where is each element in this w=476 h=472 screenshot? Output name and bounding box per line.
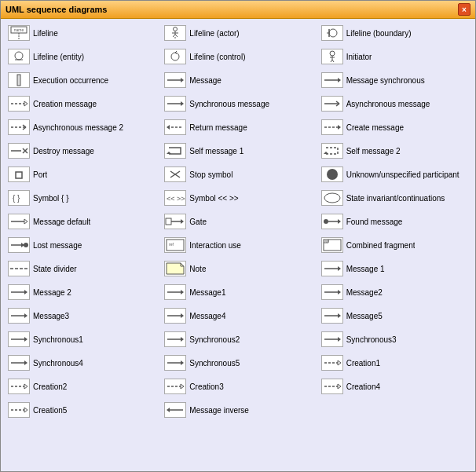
list-item[interactable]: << >>Symbol << >> — [160, 187, 315, 209]
content-area: nameLifelineLifeline (actor)Lifeline (bo… — [1, 19, 475, 471]
list-item[interactable]: Create message — [317, 116, 472, 138]
list-item[interactable]: Lost message — [4, 234, 159, 256]
list-item[interactable]: Message synchronous — [317, 69, 472, 91]
svg-marker-79 — [24, 313, 27, 318]
item-label: Creation3 — [189, 382, 223, 391]
msg-arrow-icon — [321, 261, 343, 276]
svg-point-49 — [327, 169, 338, 180]
list-item[interactable]: Message inverse — [160, 399, 315, 421]
interaction-use-icon: ref — [164, 237, 186, 253]
svg-marker-85 — [24, 337, 27, 342]
list-item[interactable]: Synchronous4 — [4, 352, 159, 374]
svg-marker-91 — [24, 360, 27, 365]
list-item[interactable]: Lifeline (boundary) — [317, 22, 472, 44]
svg-text:<< >>: << >> — [167, 195, 185, 203]
item-label: Create message — [346, 123, 404, 132]
self-message1-icon — [164, 143, 186, 159]
state-invariant-icon — [321, 190, 343, 206]
list-item[interactable]: Synchronous5 — [160, 352, 315, 374]
list-item[interactable]: Lifeline (actor) — [160, 22, 315, 44]
svg-point-17 — [330, 51, 335, 56]
list-item[interactable]: Message4 — [160, 305, 315, 327]
list-item[interactable]: Message 2 — [4, 281, 159, 303]
lifeline-icon: name — [8, 25, 30, 41]
list-item[interactable]: refInteraction use — [160, 234, 315, 256]
svg-marker-45 — [324, 152, 328, 154]
list-item[interactable]: Return message — [160, 116, 315, 138]
list-item[interactable]: Message 1 — [317, 258, 472, 280]
list-item[interactable]: State invariant/continuations — [317, 187, 472, 209]
item-label: Message4 — [189, 312, 225, 320]
lifeline-actor-icon — [164, 25, 186, 41]
list-item[interactable]: Gate — [160, 210, 315, 232]
svg-marker-69 — [167, 263, 184, 274]
list-item[interactable]: Creation2 — [4, 375, 159, 397]
list-item[interactable]: Creation5 — [4, 399, 159, 421]
item-label: Synchronous3 — [346, 335, 397, 344]
list-item[interactable]: Destroy message — [4, 140, 159, 162]
svg-rect-55 — [166, 218, 171, 225]
item-label: Found message — [346, 218, 403, 226]
svg-marker-77 — [338, 290, 341, 295]
list-item[interactable]: Creation1 — [317, 352, 472, 374]
svg-point-14 — [171, 53, 179, 60]
stop-symbol-icon — [164, 166, 186, 182]
items-grid: nameLifelineLifeline (actor)Lifeline (bo… — [4, 22, 472, 421]
list-item[interactable]: nameLifeline — [4, 22, 159, 44]
item-label: Message3 — [33, 312, 69, 320]
list-item[interactable]: Asynchronous message — [317, 93, 472, 115]
lifeline-control-icon — [164, 49, 186, 64]
list-item[interactable]: optCombined fragment — [317, 234, 472, 256]
list-item[interactable]: Message3 — [4, 305, 159, 327]
uml-sequence-dialog: UML sequence diagrams × nameLifelineLife… — [0, 0, 476, 472]
list-item[interactable]: Creation3 — [160, 375, 315, 397]
msg-arrow-left-icon — [164, 402, 186, 418]
list-item[interactable]: Message1 — [160, 281, 315, 303]
create-message-icon — [321, 119, 343, 135]
list-item[interactable]: Synchronous1 — [4, 328, 159, 350]
list-item[interactable]: Note — [160, 258, 315, 280]
item-label: Synchronous2 — [189, 335, 240, 344]
list-item[interactable]: Asynchronous message 2 — [4, 116, 159, 138]
item-label: Lifeline — [33, 29, 58, 38]
list-item[interactable]: { }Symbol { } — [4, 187, 159, 209]
list-item[interactable]: Port — [4, 163, 159, 185]
async-message-icon — [321, 96, 343, 112]
svg-point-52 — [324, 193, 340, 203]
list-item[interactable]: Synchronous message — [160, 93, 315, 115]
item-label: State invariant/continuations — [346, 194, 445, 203]
item-label: Self message 1 — [189, 147, 243, 156]
list-item[interactable]: Found message — [317, 210, 472, 232]
list-item[interactable]: Synchronous2 — [160, 328, 315, 350]
svg-point-58 — [324, 219, 328, 224]
list-item[interactable]: Message default — [4, 210, 159, 232]
list-item[interactable]: Message — [160, 69, 315, 91]
close-button[interactable]: × — [458, 3, 471, 16]
title-bar: UML sequence diagrams × — [1, 1, 475, 19]
list-item[interactable]: Lifeline (entity) — [4, 46, 159, 68]
list-item[interactable]: Message5 — [317, 305, 472, 327]
item-label: Message — [189, 76, 222, 85]
item-label: Message default — [33, 218, 90, 226]
list-item[interactable]: Synchronous3 — [317, 328, 472, 350]
list-item[interactable]: Execution occurrence — [4, 69, 159, 91]
list-item[interactable]: Self message 2 — [317, 140, 472, 162]
item-label: Creation1 — [346, 359, 380, 368]
list-item[interactable]: Self message 1 — [160, 140, 315, 162]
item-label: Symbol { } — [33, 194, 69, 203]
list-item[interactable]: Initiator — [317, 46, 472, 68]
list-item[interactable]: Lifeline (control) — [160, 46, 315, 68]
sync-arrow-icon — [164, 355, 186, 371]
list-item[interactable]: Message2 — [317, 281, 472, 303]
list-item[interactable]: State divider — [4, 258, 159, 280]
combined-fragment-icon: opt — [321, 237, 343, 253]
list-item[interactable]: Stop symbol — [160, 163, 315, 185]
list-item[interactable]: Creation message — [4, 93, 159, 115]
list-item[interactable]: Creation4 — [317, 375, 472, 397]
item-label: Interaction use — [189, 241, 241, 250]
svg-marker-105 — [167, 408, 170, 412]
item-label: Message2 — [346, 288, 383, 297]
creation-arrow-icon — [8, 379, 30, 394]
list-item[interactable]: Unknown/unspecified participant — [317, 163, 472, 185]
svg-marker-26 — [338, 78, 341, 82]
